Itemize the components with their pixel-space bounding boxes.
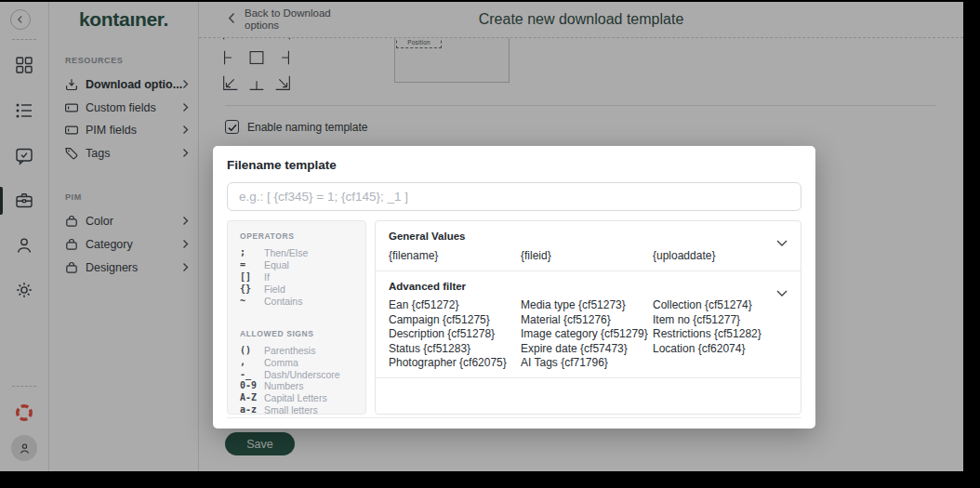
allowed-signs-heading: ALLOWED SIGNS [240, 329, 358, 338]
operator-desc: Equal [264, 259, 289, 271]
sign-desc: Comma [264, 357, 298, 369]
app-root: kontaıner. RESOURCES Download optio... C… [0, 0, 980, 488]
general-values-section: General Values {filename} {fileid} {uplo… [376, 221, 801, 270]
advanced-filter-token[interactable]: AI Tags {cf71796} [521, 357, 653, 368]
operator-row: ~Contains [240, 296, 358, 308]
sign-desc: Parenthesis [264, 345, 315, 357]
operator-row: =Equal [240, 259, 358, 271]
advanced-filter-token[interactable]: Location {cf62074} [653, 343, 785, 354]
allowed-sign-row: A-ZCapital Letters [240, 392, 358, 404]
operator-desc: Contains [264, 296, 302, 308]
letterbox-bottom [0, 471, 980, 488]
allowed-sign-row: 0-9Numbers [240, 380, 358, 392]
advanced-filter-token[interactable]: Ean {cf51272} [389, 299, 521, 310]
general-values-heading: General Values [389, 231, 465, 242]
advanced-filter-token[interactable]: Status {cf51283} [389, 343, 521, 354]
modal-title: Filename template [227, 157, 801, 173]
general-value-token[interactable]: {fileid} [521, 249, 653, 262]
operators-heading: OPERATORS [240, 231, 358, 241]
advanced-filter-token[interactable]: Restrictions {cf51282} [653, 328, 785, 339]
chevron-down-icon[interactable] [776, 233, 788, 240]
fields-panel: General Values {filename} {fileid} {uplo… [375, 220, 801, 415]
advanced-filter-grid: Ean {cf51272} Media type {cf51273} Colle… [389, 299, 788, 368]
allowed-signs-list: ()Parenthesis ,Comma -_Dash/Underscore 0… [240, 345, 358, 417]
letterbox-right [963, 0, 980, 488]
operator-symbol: ~ [240, 296, 264, 308]
modal-footer-divider [227, 417, 801, 418]
sign-desc: Numbers [264, 380, 304, 392]
advanced-filter-token[interactable]: Material {cf51276} [521, 314, 653, 325]
advanced-filter-token[interactable]: Photographer {cf62075} [389, 357, 521, 368]
chevron-down-icon[interactable] [776, 284, 788, 290]
operators-panel: OPERATORS ;Then/Else =Equal []If {}Field… [227, 220, 366, 415]
allowed-sign-row: -_Dash/Underscore [240, 369, 358, 381]
advanced-filter-section: Advanced filter Ean {cf51272} Media type… [376, 270, 801, 378]
operator-desc: If [264, 271, 270, 284]
filename-template-input[interactable] [227, 182, 801, 211]
sign-desc: Dash/Underscore [264, 369, 340, 381]
sign-symbol: a-z [240, 404, 264, 416]
sign-symbol: , [240, 357, 264, 369]
sign-symbol: () [240, 345, 264, 357]
sign-desc: Small letters [264, 404, 318, 416]
operators-list: ;Then/Else =Equal []If {}Field ~Contains [240, 247, 358, 308]
operator-symbol: = [240, 259, 264, 271]
advanced-filter-token[interactable]: Description {cf51278} [389, 328, 521, 339]
sign-desc: Capital Letters [264, 392, 327, 404]
sign-symbol: 0-9 [240, 380, 264, 392]
advanced-filter-token[interactable]: Collection {cf51274} [653, 299, 785, 310]
sign-symbol: A-Z [240, 392, 264, 404]
allowed-sign-row: ()Parenthesis [240, 345, 358, 357]
operator-row: ;Then/Else [240, 247, 358, 259]
advanced-filter-token[interactable]: Image category {cf51279} [521, 328, 653, 339]
allowed-sign-row: ,Comma [240, 357, 358, 369]
sign-symbol: -_ [240, 369, 264, 381]
advanced-filter-heading: Advanced filter [389, 281, 466, 292]
letterbox-top [0, 0, 980, 2]
operator-symbol: [] [240, 271, 264, 284]
modal-body: OPERATORS ;Then/Else =Equal []If {}Field… [227, 220, 801, 415]
operator-desc: Then/Else [264, 247, 308, 259]
general-value-token[interactable]: {uploaddate} [653, 249, 785, 262]
advanced-filter-token[interactable]: Item no {cf51277} [653, 314, 785, 325]
advanced-filter-token[interactable]: Media type {cf51273} [521, 299, 653, 310]
filename-template-modal: Filename template OPERATORS ;Then/Else =… [213, 146, 815, 429]
operator-desc: Field [264, 284, 285, 296]
general-value-token[interactable]: {filename} [389, 249, 521, 262]
advanced-filter-token[interactable]: Expire date {cf57473} [521, 343, 653, 354]
operator-row: []If [240, 271, 358, 284]
operator-symbol: ; [240, 247, 264, 259]
operator-row: {}Field [240, 284, 358, 296]
advanced-filter-token[interactable]: Campaign {cf51275} [389, 314, 521, 325]
operator-symbol: {} [240, 284, 264, 296]
allowed-sign-row: a-zSmall letters [240, 404, 358, 416]
